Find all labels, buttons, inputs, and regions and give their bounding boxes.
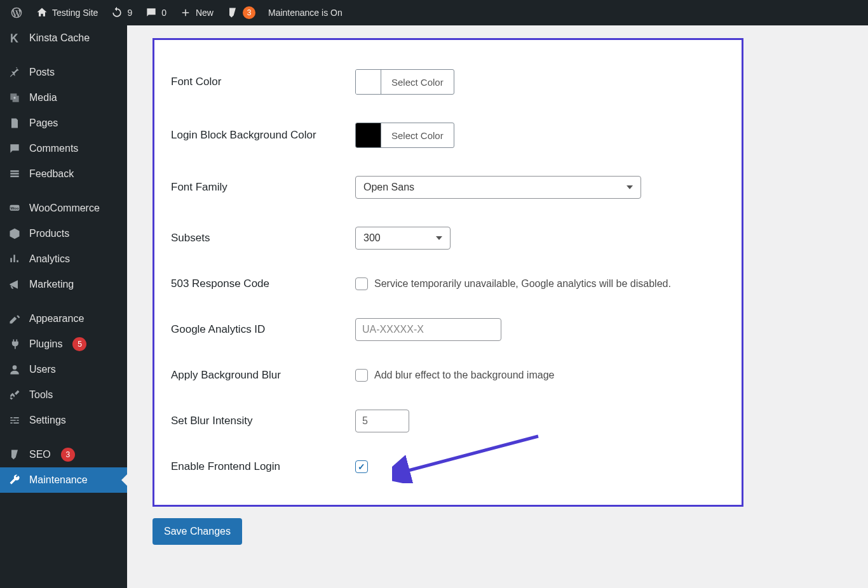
row-font-color: Font Color Select Color <box>165 55 731 109</box>
font-family-label: Font Family <box>171 181 355 194</box>
sidebar-item-marketing[interactable]: Marketing <box>0 272 127 297</box>
sidebar-item-media[interactable]: Media <box>0 85 127 110</box>
sidebar-item-plugins[interactable]: Plugins 5 <box>0 331 127 357</box>
yoast-menu[interactable]: 3 <box>220 0 262 25</box>
frontend-login-label: Enable Frontend Login <box>171 460 355 473</box>
sidebar-item-woocommerce[interactable]: Woo WooCommerce <box>0 196 127 221</box>
frontend-login-checkbox[interactable] <box>355 460 368 473</box>
new-label: New <box>196 8 214 18</box>
bg-blur-checkbox[interactable] <box>355 369 368 382</box>
sidebar-item-pages[interactable]: Pages <box>0 110 127 136</box>
login-bg-color-picker[interactable]: Select Color <box>355 123 454 148</box>
sidebar-item-appearance[interactable]: Appearance <box>0 306 127 331</box>
plugins-badge: 5 <box>72 337 86 351</box>
row-bg-blur: Apply Background Blur Add blur effect to… <box>165 355 731 396</box>
wrench-icon <box>8 473 22 487</box>
save-button[interactable]: Save Changes <box>153 518 242 545</box>
sidebar-item-products[interactable]: Products <box>0 221 127 246</box>
response-code-checkbox[interactable] <box>355 277 368 290</box>
sidebar-item-label: Plugins <box>29 338 62 350</box>
maintenance-status[interactable]: Maintenance is On <box>262 0 349 25</box>
kinsta-icon <box>8 31 22 45</box>
select-color-label: Select Color <box>381 123 454 147</box>
media-icon <box>8 91 22 105</box>
select-color-label: Select Color <box>381 70 454 94</box>
sidebar-item-users[interactable]: Users <box>0 357 127 382</box>
plus-icon <box>179 6 192 19</box>
sidebar-item-label: Users <box>29 364 56 375</box>
yoast-icon <box>226 6 239 19</box>
page-icon <box>8 116 22 130</box>
updates-menu[interactable]: 9 <box>104 0 139 25</box>
login-bg-label: Login Block Background Color <box>171 129 355 142</box>
subsets-label: Subsets <box>171 232 355 244</box>
sidebar-item-posts[interactable]: Posts <box>0 60 127 85</box>
sidebar-item-label: Marketing <box>29 279 74 290</box>
marketing-icon <box>8 277 22 291</box>
subsets-value: 300 <box>363 232 381 244</box>
sidebar-item-maintenance[interactable]: Maintenance <box>0 467 127 493</box>
ga-id-label: Google Analytics ID <box>171 323 355 336</box>
font-color-label: Font Color <box>171 76 355 88</box>
sidebar-item-analytics[interactable]: Analytics <box>0 246 127 272</box>
svg-text:Woo: Woo <box>11 206 19 210</box>
subsets-select[interactable]: 300 <box>355 227 451 250</box>
chevron-down-icon <box>627 185 633 189</box>
svg-point-0 <box>13 97 15 98</box>
sidebar-item-label: SEO <box>29 449 51 460</box>
row-subsets: Subsets 300 <box>165 213 731 264</box>
sidebar-item-label: Products <box>29 228 69 239</box>
response-code-desc: Service temporarily unavailable, Google … <box>374 278 671 290</box>
row-login-bg-color: Login Block Background Color Select Colo… <box>165 109 731 162</box>
sidebar-item-comments[interactable]: Comments <box>0 136 127 161</box>
bg-blur-label: Apply Background Blur <box>171 369 355 382</box>
plugins-icon <box>8 337 22 351</box>
sidebar-item-label: Posts <box>29 67 55 78</box>
sidebar-item-label: Media <box>29 92 57 104</box>
sidebar-item-label: Tools <box>29 389 53 401</box>
wp-logo-menu[interactable] <box>4 0 29 25</box>
home-icon <box>36 6 48 19</box>
seo-badge: 3 <box>61 448 75 462</box>
chevron-down-icon <box>436 236 442 240</box>
sidebar-item-label: Pages <box>29 117 58 129</box>
font-color-swatch <box>356 70 381 94</box>
sidebar-item-label: Settings <box>29 415 66 426</box>
users-icon <box>8 363 22 377</box>
comment-icon <box>8 142 22 156</box>
sidebar-item-label: Feedback <box>29 168 74 180</box>
sidebar-item-tools[interactable]: Tools <box>0 382 127 408</box>
ga-id-input[interactable] <box>355 318 501 341</box>
analytics-icon <box>8 252 22 266</box>
sidebar-item-label: WooCommerce <box>29 203 100 214</box>
font-family-value: Open Sans <box>363 182 414 193</box>
blur-intensity-input[interactable] <box>355 410 409 432</box>
wordpress-icon <box>10 6 23 19</box>
row-frontend-login: Enable Frontend Login <box>165 446 731 487</box>
comments-menu[interactable]: 0 <box>139 0 173 25</box>
sidebar-item-kinsta[interactable]: Kinsta Cache <box>0 25 127 51</box>
comments-count: 0 <box>161 8 166 18</box>
settings-icon <box>8 413 22 427</box>
svg-point-3 <box>13 365 17 370</box>
sidebar-item-settings[interactable]: Settings <box>0 408 127 433</box>
sidebar-item-seo[interactable]: SEO 3 <box>0 442 127 467</box>
update-icon <box>111 6 123 19</box>
sidebar-item-feedback[interactable]: Feedback <box>0 161 127 187</box>
sidebar-item-label: Maintenance <box>29 474 88 486</box>
yoast-icon <box>8 448 22 462</box>
sidebar-item-label: Analytics <box>29 253 70 265</box>
admin-sidebar: Kinsta Cache Posts Media Pages Comments … <box>0 25 127 588</box>
blur-intensity-label: Set Blur Intensity <box>171 415 355 427</box>
products-icon <box>8 227 22 241</box>
appearance-icon <box>8 312 22 326</box>
new-menu[interactable]: New <box>173 0 220 25</box>
updates-count: 9 <box>127 8 132 18</box>
sidebar-item-label: Appearance <box>29 313 84 324</box>
settings-panel: Font Color Select Color Login Block Back… <box>153 38 743 507</box>
response-code-label: 503 Response Code <box>171 277 355 290</box>
admin-bar: Testing Site 9 0 New 3 Maintenance is On <box>0 0 868 25</box>
font-color-picker[interactable]: Select Color <box>355 69 454 95</box>
font-family-select[interactable]: Open Sans <box>355 176 641 199</box>
site-name-menu[interactable]: Testing Site <box>29 0 104 25</box>
